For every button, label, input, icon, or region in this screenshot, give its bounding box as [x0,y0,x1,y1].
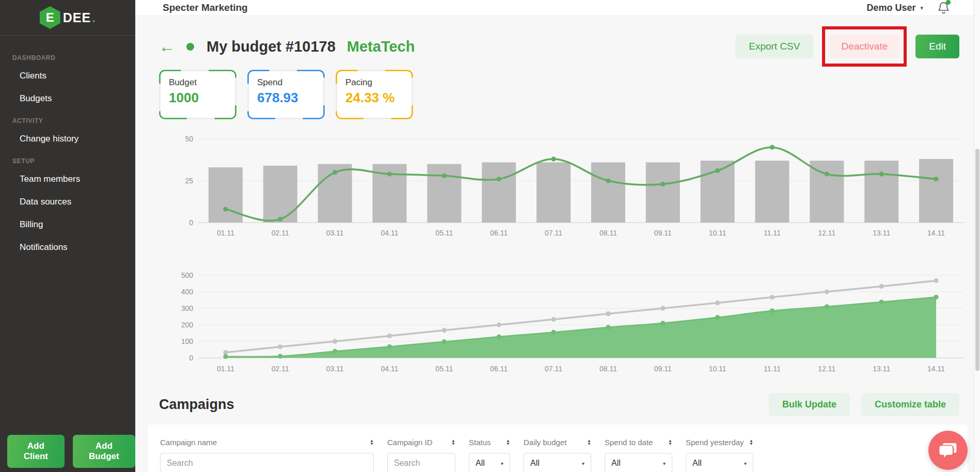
sort-icon[interactable]: ▲ ▼ [587,439,591,446]
svg-text:500: 500 [181,271,194,279]
spend-value: 678.93 [257,90,325,106]
svg-text:01.11: 01.11 [217,365,234,373]
select-value: All [476,459,485,468]
svg-text:07.11: 07.11 [545,229,562,237]
svg-text:07.11: 07.11 [545,365,562,373]
app-root: E DEE . DASHBOARD Clients Budgets ACTIVI… [0,0,980,472]
chat-bubble-icon [938,441,958,460]
edit-button[interactable]: Edit [915,35,959,58]
chevron-down-icon: ▾ [920,5,923,11]
back-arrow-button[interactable]: ← [159,39,175,55]
card-label: Pacing [345,77,413,88]
svg-text:300: 300 [181,304,194,312]
sidebar-item-team-members[interactable]: Team members [0,168,135,191]
daily-budget-spend-chart: 0255001.1102.1103.1104.1105.1106.1107.11… [159,132,975,239]
sort-desc-icon: ▼ [451,443,455,446]
sort-icon[interactable]: ▲ ▼ [370,439,374,446]
svg-text:09.11: 09.11 [654,229,672,237]
export-csv-button[interactable]: Export CSV [735,35,813,58]
pacing-summary-card: Pacing 24.33 % [336,70,413,119]
svg-text:25: 25 [185,177,193,185]
svg-text:200: 200 [181,321,194,329]
column-header-status[interactable]: Status ▲ ▼ [469,438,510,447]
column-status: Status ▲ ▼ All ▾ [469,438,510,472]
svg-text:02.11: 02.11 [272,365,289,373]
campaigns-actions: Bulk Update Customize table [769,393,959,416]
app-logo[interactable]: E DEE . [0,0,135,36]
logo-text: DEE [63,10,91,25]
svg-text:12.11: 12.11 [818,229,835,237]
campaigns-table-panel: Campaign name ▲ ▼ Campaign ID ▲ [148,424,968,472]
sidebar-item-change-history[interactable]: Change history [0,128,135,150]
svg-text:0: 0 [189,354,193,362]
card-label: Budget [169,77,236,88]
summary-cards: Budget 1000 Spend 678.93 Pacing 24.33 % [135,58,980,119]
svg-text:08.11: 08.11 [599,229,617,237]
add-budget-button[interactable]: Add Budget [73,435,135,468]
scrollbar-thumb[interactable] [975,149,979,371]
charts-section: 0255001.1102.1103.1104.1105.1106.1107.11… [135,119,980,377]
campaign-id-search-input[interactable] [387,453,455,472]
sort-icon[interactable]: ▲ ▼ [506,439,510,446]
column-header-campaign-name[interactable]: Campaign name ▲ ▼ [160,438,374,447]
column-campaign-name: Campaign name ▲ ▼ [160,438,374,472]
spend-yesterday-filter-select[interactable]: All ▾ [686,453,753,472]
column-header-daily-budget[interactable]: Daily budget ▲ ▼ [524,438,591,447]
customize-table-button[interactable]: Customize table [861,393,959,416]
sidebar-item-billing[interactable]: Billing [0,213,135,236]
sort-desc-icon: ▼ [668,443,672,446]
column-header-spend-yesterday[interactable]: Spend yesterday ▲ ▼ [686,438,753,447]
add-client-button[interactable]: Add Client [7,435,65,468]
campaign-name-search-input[interactable] [160,453,374,472]
active-client-name[interactable]: Specter Marketing [163,2,248,13]
svg-text:11.11: 11.11 [764,365,781,373]
sidebar: E DEE . DASHBOARD Clients Budgets ACTIVI… [0,0,135,472]
column-label: Status [469,438,491,447]
sort-desc-icon: ▼ [587,443,591,446]
select-value: All [530,459,540,468]
sort-icon[interactable]: ▲ ▼ [749,439,753,446]
daily-chart-wrap: 0255001.1102.1103.1104.1105.1106.1107.11… [159,132,980,241]
svg-text:03.11: 03.11 [326,365,344,373]
nav-heading-setup: SETUP [0,150,135,168]
column-label: Spend to date [605,438,653,447]
spend-summary-card: Spend 678.93 [247,70,325,119]
svg-text:14.11: 14.11 [927,365,945,373]
sidebar-item-notifications[interactable]: Notifications [0,236,135,259]
svg-text:10.11: 10.11 [709,365,726,373]
nav-heading-dashboard: DASHBOARD [0,47,135,65]
campaigns-heading: Campaigns [159,397,234,413]
budget-client-link[interactable]: MetaTech [347,38,415,55]
svg-text:50: 50 [185,135,193,143]
column-header-spend-to-date[interactable]: Spend to date ▲ ▼ [605,438,672,447]
page-title: My budget #10178 [207,38,336,55]
sidebar-footer: Add Client Add Budget [7,435,135,468]
user-menu[interactable]: Demo User ▾ [866,3,923,13]
sort-icon[interactable]: ▲ ▼ [668,439,672,446]
page-scrollbar [974,0,980,472]
topbar-right: Demo User ▾ [866,0,951,15]
column-campaign-id: Campaign ID ▲ ▼ [387,438,455,472]
sidebar-item-budgets[interactable]: Budgets [0,87,135,110]
chat-widget-button[interactable] [928,431,968,470]
sidebar-item-clients[interactable]: Clients [0,65,135,87]
svg-text:05.11: 05.11 [435,229,453,237]
sidebar-item-data-sources[interactable]: Data sources [0,191,135,213]
svg-text:0: 0 [189,218,193,227]
sort-icon[interactable]: ▲ ▼ [451,439,455,446]
column-header-campaign-id[interactable]: Campaign ID ▲ ▼ [387,438,455,447]
svg-text:100: 100 [181,337,194,345]
daily-budget-filter-select[interactable]: All ▾ [524,453,591,472]
svg-text:05.11: 05.11 [435,365,453,373]
deactivate-button[interactable]: Deactivate [829,35,900,58]
svg-text:01.11: 01.11 [217,229,234,237]
notifications-bell-button[interactable] [937,0,951,15]
spend-to-date-filter-select[interactable]: All ▾ [605,453,672,472]
svg-text:400: 400 [181,288,194,296]
status-filter-select[interactable]: All ▾ [469,453,510,472]
sort-desc-icon: ▼ [370,443,374,446]
deactivate-wrap: Deactivate [829,35,900,58]
bulk-update-button[interactable]: Bulk Update [769,393,850,416]
main-area: Specter Marketing Demo User ▾ ← [135,0,980,472]
budget-active-status-dot [186,43,194,51]
